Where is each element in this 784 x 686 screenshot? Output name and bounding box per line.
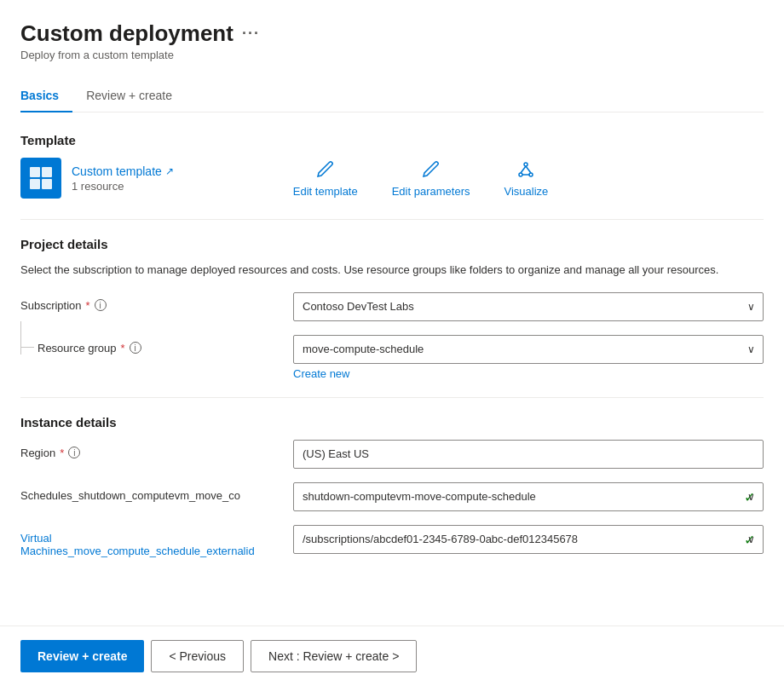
schedules-shutdown-label: Schedules_shutdown_computevm_move_co — [20, 489, 240, 502]
template-card: Custom template ↗ 1 resource — [20, 158, 174, 199]
visualize-button[interactable]: Visualize — [504, 159, 548, 198]
footer: Review + create < Previous Next : Review… — [0, 625, 784, 686]
template-section-title: Template — [20, 133, 764, 147]
visualize-label: Visualize — [504, 185, 548, 198]
instance-details-section: Instance details Region * i — [20, 415, 764, 557]
resource-group-required: * — [121, 342, 125, 355]
svg-rect-0 — [30, 167, 40, 177]
edit-parameters-label: Edit parameters — [392, 185, 470, 198]
review-create-button[interactable]: Review + create — [20, 640, 144, 672]
template-link[interactable]: Custom template ↗ — [72, 164, 174, 178]
schedules-shutdown-row: Schedules_shutdown_computevm_move_co shu… — [20, 482, 764, 511]
subscription-required: * — [86, 299, 90, 312]
resource-group-info-icon[interactable]: i — [130, 342, 141, 354]
page-header: Custom deployment ··· Deploy from a cust… — [20, 20, 764, 61]
create-new-link[interactable]: Create new — [293, 367, 349, 380]
page-subtitle: Deploy from a custom template — [20, 49, 764, 61]
template-resource-count: 1 resource — [72, 180, 174, 193]
schedules-shutdown-select[interactable]: shutdown-computevm-move-compute-schedule — [293, 482, 764, 511]
svg-point-6 — [529, 173, 533, 176]
template-info: Custom template ↗ 1 resource — [72, 164, 174, 193]
subscription-select-wrapper: Contoso DevTest Labs — [293, 292, 764, 321]
svg-point-5 — [519, 173, 522, 176]
svg-line-7 — [521, 166, 526, 173]
project-details-section: Project details Select the subscription … — [20, 237, 764, 380]
virtual-machines-check-icon: ✓ — [744, 531, 755, 547]
region-label: Region — [20, 447, 55, 459]
resource-group-row: Resource group * i move-compute-schedule… — [20, 335, 764, 380]
tab-basics[interactable]: Basics — [20, 82, 72, 112]
svg-rect-1 — [42, 167, 52, 177]
template-actions: Edit template Edit parameters — [293, 159, 548, 198]
svg-line-8 — [526, 166, 531, 173]
resource-group-select[interactable]: move-compute-schedule — [293, 335, 764, 364]
external-link-icon: ↗ — [165, 165, 174, 177]
svg-rect-3 — [42, 179, 52, 189]
virtual-machines-row: Virtual Machines_move_compute_schedule_e… — [20, 525, 764, 557]
region-input[interactable] — [293, 440, 764, 469]
region-row: Region * i — [20, 440, 764, 469]
template-section: Template Custom template — [20, 133, 764, 199]
page-title: Custom deployment — [20, 20, 233, 47]
edit-parameters-button[interactable]: Edit parameters — [392, 159, 470, 198]
virtual-machines-label: Virtual Machines_move_compute_schedule_e… — [20, 532, 255, 557]
tab-review-create[interactable]: Review + create — [86, 82, 186, 112]
project-details-title: Project details — [20, 237, 764, 251]
virtual-machines-select[interactable]: /subscriptions/abcdef01-2345-6789-0abc-d… — [293, 525, 764, 554]
subscription-label: Subscription — [20, 299, 82, 312]
svg-rect-2 — [30, 179, 40, 189]
region-required: * — [60, 447, 64, 459]
previous-button[interactable]: < Previous — [151, 640, 244, 672]
next-button[interactable]: Next : Review + create > — [251, 640, 417, 672]
region-info-icon[interactable]: i — [68, 447, 80, 458]
edit-template-label: Edit template — [293, 185, 358, 198]
schedules-shutdown-wrapper: shutdown-computevm-move-compute-schedule… — [293, 482, 764, 511]
tab-bar: Basics Review + create — [20, 82, 764, 112]
subscription-info-icon[interactable]: i — [95, 299, 107, 311]
project-description: Select the subscription to manage deploy… — [20, 262, 764, 279]
ellipsis-menu[interactable]: ··· — [242, 25, 260, 43]
resource-group-select-wrapper: move-compute-schedule — [293, 335, 764, 364]
subscription-select[interactable]: Contoso DevTest Labs — [293, 292, 764, 321]
subscription-row: Subscription * i Contoso DevTest Labs — [20, 292, 764, 321]
virtual-machines-wrapper: /subscriptions/abcdef01-2345-6789-0abc-d… — [293, 525, 764, 554]
svg-point-4 — [524, 163, 527, 166]
schedules-shutdown-check-icon: ✓ — [744, 488, 755, 504]
edit-template-button[interactable]: Edit template — [293, 159, 358, 198]
instance-details-title: Instance details — [20, 415, 764, 429]
resource-group-label: Resource group — [37, 342, 117, 355]
template-icon — [20, 158, 61, 199]
